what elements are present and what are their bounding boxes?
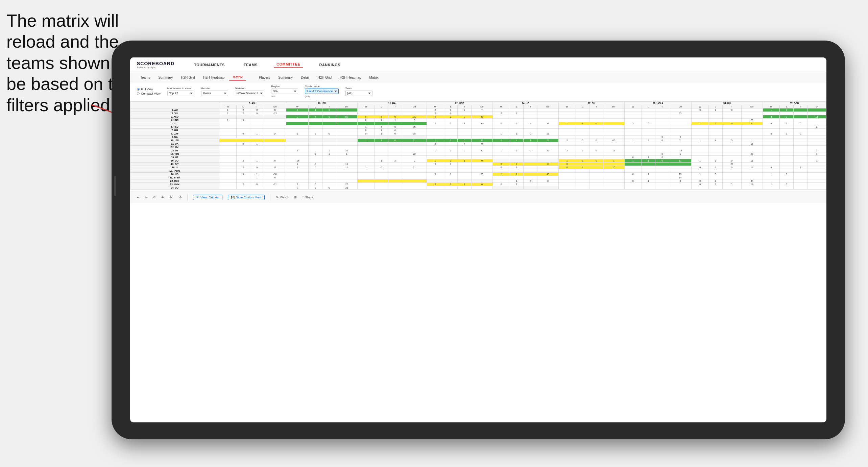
region-select[interactable]: N/A: [271, 89, 298, 94]
nav-committee[interactable]: COMMITTEE: [274, 62, 303, 68]
nav-teams[interactable]: TEAMS: [241, 63, 260, 67]
matrix-cell: 0: [537, 122, 559, 125]
conference-select[interactable]: Pac-12 Conference: [305, 89, 339, 94]
sub-tab-ph2hgrid[interactable]: H2H Grid: [314, 74, 335, 81]
sub-tab-summary[interactable]: Summary: [155, 74, 176, 81]
matrix-cell: [576, 163, 589, 166]
row-label: 12. UV: [130, 146, 219, 149]
toolbar-btn-5[interactable]: ⊞: [294, 196, 297, 199]
matrix-cell: [642, 186, 655, 190]
division-select[interactable]: NCAA Division I: [235, 91, 264, 96]
matrix-cell: [375, 176, 388, 179]
matrix-cell: [357, 152, 375, 156]
matrix-cell: [524, 173, 537, 176]
row-label: 18. U: [130, 166, 219, 169]
matrix-cell: [655, 163, 669, 166]
matrix-cell: 1: [709, 179, 723, 183]
matrix-cell: [642, 108, 655, 112]
matrix-cell: [264, 179, 286, 183]
matrix-cell: [794, 139, 807, 142]
matrix-cell: 0: [427, 183, 444, 186]
matrix-cell: 1: [427, 159, 444, 163]
matrix-cell: 0: [780, 115, 794, 119]
toolbar-btn-2[interactable]: ⊕: [161, 196, 164, 199]
matrix-cell: [603, 146, 625, 149]
matrix-cell: 11: [807, 115, 826, 119]
matrix-cell: [444, 146, 458, 149]
matrix-cell: [309, 125, 322, 129]
sub-tab-teams[interactable]: Teams: [137, 74, 153, 81]
matrix-cell: [388, 156, 402, 159]
full-view-radio[interactable]: Full View: [137, 88, 161, 91]
matrix-cell: 1: [375, 132, 388, 136]
matrix-cell: 1: [250, 176, 264, 179]
team-select[interactable]: (All): [345, 91, 372, 96]
matrix-cell: [807, 186, 826, 190]
matrix-cell: [458, 112, 472, 115]
sub-tab-h2hheatmap[interactable]: H2H Heatmap: [200, 74, 228, 81]
matrix-cell: [669, 186, 691, 190]
matrix-cell: [558, 173, 576, 176]
sub-tab-detail[interactable]: Detail: [297, 74, 313, 81]
matrix-cell: [722, 156, 741, 159]
toolbar-btn-1[interactable]: ↺: [153, 196, 156, 199]
gender-select[interactable]: Men's: [201, 91, 228, 96]
matrix-area[interactable]: 3. ASU 10. UW 11. UA 22. UCB 24. UO 27. …: [130, 100, 826, 191]
matrix-cell: [537, 129, 559, 132]
sub-l-osu: L: [780, 105, 794, 108]
matrix-cell: [537, 159, 559, 163]
view-original-button[interactable]: 👁 View: Original: [193, 195, 222, 200]
row-label: 19. TAMU: [130, 169, 219, 173]
save-custom-button[interactable]: 💾 Save Custom View: [228, 195, 265, 200]
matrix-cell: [655, 173, 669, 176]
matrix-cell: 0: [589, 122, 603, 125]
matrix-cell: [692, 146, 709, 149]
matrix-cell: [458, 163, 472, 166]
matrix-cell: [309, 139, 322, 142]
sub-tab-ph2hheatmap[interactable]: H2H Heatmap: [336, 74, 364, 81]
matrix-cell: 1: [576, 122, 589, 125]
sub-tab-psummary[interactable]: Summary: [275, 74, 296, 81]
matrix-cell: 44: [741, 179, 763, 183]
matrix-cell: [624, 163, 642, 166]
matrix-cell: [576, 186, 589, 190]
sub-tab-players[interactable]: Players: [256, 74, 273, 81]
matrix-cell: 30: [472, 149, 493, 152]
matrix-cell: 0: [402, 159, 427, 163]
col-header-ucb: 22. UCB: [427, 102, 492, 105]
max-teams-select[interactable]: Top 25: [167, 91, 194, 96]
matrix-cell: [807, 129, 826, 132]
matrix-cell: 0: [322, 108, 336, 112]
sub-tab-matrix[interactable]: Matrix: [229, 74, 246, 81]
matrix-cell: 0: [444, 183, 458, 186]
redo-button[interactable]: ↪: [145, 196, 148, 199]
sub-tab-pmatrix[interactable]: Matrix: [366, 74, 382, 81]
nav-rankings[interactable]: RANKINGS: [316, 63, 343, 67]
table-row: 7. UM010: [130, 129, 826, 132]
matrix-cell: 3: [763, 115, 780, 119]
matrix-cell: [722, 142, 741, 146]
matrix-cell: [309, 112, 322, 115]
matrix-cell: 2: [510, 149, 524, 152]
matrix-cell: [427, 152, 444, 156]
matrix-cell: [286, 139, 309, 142]
row-label: 6. FSU: [130, 125, 219, 129]
share-button[interactable]: ⤴ Share: [302, 196, 313, 199]
toolbar-btn-3[interactable]: ⊖+: [169, 196, 174, 199]
nav-tournaments[interactable]: TOURNAMENTS: [191, 63, 227, 67]
matrix-cell: -12: [264, 112, 286, 115]
matrix-cell: [357, 169, 375, 173]
watch-button[interactable]: 👁 Watch: [276, 196, 289, 199]
sub-l-ucb: L: [444, 105, 458, 108]
undo-button[interactable]: ↩: [137, 196, 140, 199]
compact-view-radio[interactable]: Compact View: [137, 92, 161, 95]
matrix-cell: 1: [642, 156, 655, 159]
sub-tab-h2hgrid[interactable]: H2H Grid: [177, 74, 198, 81]
matrix-cell: [492, 176, 510, 179]
matrix-cell: [642, 146, 655, 149]
gender-filter: Gender Men's: [201, 87, 228, 96]
row-label: 10. UW: [130, 139, 219, 142]
matrix-cell: [589, 173, 603, 176]
toolbar-btn-4[interactable]: ⊙: [179, 196, 182, 199]
matrix-cell: [250, 149, 264, 152]
